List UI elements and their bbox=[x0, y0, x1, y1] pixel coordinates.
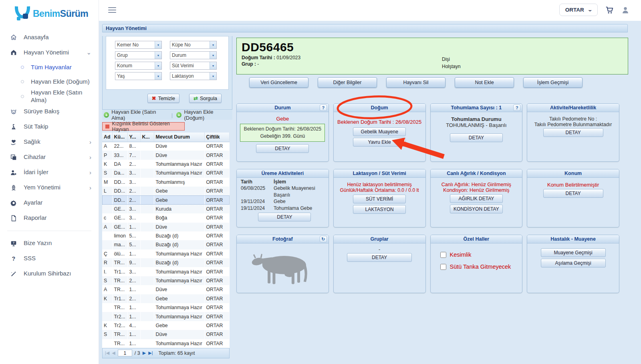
chevron-down-icon[interactable]: ▼ bbox=[210, 72, 216, 80]
table-row[interactable]: SDa...3...Tohumlanmaya HazırORTAR bbox=[102, 169, 230, 177]
column-header-ciftlik[interactable]: Çiftlik bbox=[204, 133, 230, 142]
sidebar-item-ayarlar[interactable]: Ayarlar bbox=[0, 195, 99, 211]
table-row[interactable]: I.Tr1...3...Tohumlanmaya HazırORTAR bbox=[102, 267, 230, 276]
sidebar-item-sut-takip[interactable]: Süt Takip bbox=[0, 119, 99, 135]
chevron-down-icon[interactable]: ▼ bbox=[155, 72, 161, 80]
table-row[interactable]: KTr2...4...GebeORTAR bbox=[102, 321, 230, 330]
sidebar-item-raporlar[interactable]: Raporlar bbox=[0, 211, 99, 226]
last-page-icon[interactable]: ▶| bbox=[148, 350, 153, 356]
diger-bilgiler-button[interactable]: Diğer Bilgiler bbox=[318, 77, 377, 88]
sut-tank-checkbox[interactable] bbox=[440, 264, 446, 270]
tohumlama-detay-button[interactable]: DETAY bbox=[450, 133, 503, 142]
table-row[interactable]: limon5...Buzağı (d)ORTAR bbox=[102, 231, 230, 240]
gruplar-detay-button[interactable]: DETAY bbox=[347, 253, 412, 262]
agirlik-detay-button[interactable]: AĞIRLIK DETAY bbox=[450, 194, 503, 203]
filter-select-durum[interactable]: Durum▼ bbox=[170, 51, 217, 59]
table-row[interactable]: LDD...2...GebeORTAR bbox=[102, 187, 230, 195]
search-button[interactable]: ⇄Sorgula bbox=[189, 94, 222, 103]
clear-filters-button[interactable]: ✖Temizle bbox=[147, 94, 179, 103]
ureme-detay-button[interactable]: DETAY bbox=[258, 213, 311, 221]
filter-select-konum[interactable]: Konum▼ bbox=[115, 62, 162, 70]
table-row[interactable]: ma...5...Buzağı (d)ORTAR bbox=[102, 240, 230, 249]
filter-select-laktasyon[interactable]: Laktasyon▼ bbox=[170, 72, 217, 80]
chevron-down-icon[interactable]: ▼ bbox=[155, 52, 161, 59]
durum-detay-button[interactable]: DETAY bbox=[256, 144, 309, 153]
konum-detay-button[interactable]: DETAY bbox=[543, 189, 603, 198]
first-page-icon[interactable]: |◀ bbox=[105, 350, 109, 356]
hayvani-sil-button[interactable]: Hayvanı Sil bbox=[386, 77, 445, 88]
page-number-input[interactable] bbox=[118, 350, 132, 356]
menu-toggle-icon[interactable] bbox=[108, 7, 116, 13]
sidebar-item-kurulum-sihirbazi[interactable]: Kurulum Sihirbazı bbox=[0, 266, 99, 282]
farm-selector-dropdown[interactable]: ORTAR ⌄ bbox=[559, 4, 598, 16]
user-icon[interactable] bbox=[621, 6, 630, 14]
table-row[interactable]: STR...1...DüveORTAR bbox=[102, 330, 230, 339]
add-animal-purchase-link[interactable]: +Hayvan Ekle (Satın Alma) bbox=[104, 109, 168, 121]
sidebar-item-iidari-iisler[interactable]: İdari İşler› bbox=[0, 165, 99, 180]
kondisyon-detay-button[interactable]: KONDİSYON DETAY bbox=[450, 205, 503, 213]
help-icon[interactable]: ? bbox=[513, 105, 520, 111]
column-header-mevcut-durum[interactable]: Mevcut Durum bbox=[154, 133, 204, 142]
table-row[interactable]: P33...7...DüveORTAR bbox=[102, 151, 230, 159]
iislem-gecmisi-button[interactable]: İşlem Geçmişi bbox=[523, 77, 583, 88]
sidebar-item-hayvan-ekle-dogum[interactable]: Hayvan Ekle (Doğum) bbox=[0, 74, 99, 89]
chevron-down-icon[interactable]: ▼ bbox=[155, 62, 161, 69]
filter-select-kupe-no[interactable]: Küpe No▼ bbox=[170, 41, 217, 49]
table-row[interactable]: ATR...1...DüveORTAR bbox=[102, 285, 230, 294]
kesimlik-checkbox[interactable] bbox=[440, 252, 446, 258]
table-row[interactable]: Çölü...1...Tohumlanmaya HazırORTAR bbox=[102, 249, 230, 258]
chevron-down-icon[interactable]: ▼ bbox=[210, 62, 216, 69]
sidebar-item-bize-yazin[interactable]: ?Bize Yazın bbox=[0, 236, 99, 251]
chevron-down-icon[interactable]: ▼ bbox=[210, 52, 216, 59]
column-header-y[interactable]: Y... bbox=[127, 133, 140, 142]
refresh-photo-icon[interactable]: ↻ bbox=[320, 236, 327, 242]
filter-select-kemer-no[interactable]: Kemer No▼ bbox=[115, 41, 162, 49]
help-icon[interactable]: ? bbox=[320, 105, 327, 111]
filter-select-grup[interactable]: Grup▼ bbox=[115, 51, 162, 59]
sidebar-item-yem-yonetimi[interactable]: Yem Yönetimi› bbox=[0, 180, 99, 195]
not-ekle-button[interactable]: Not Ekle bbox=[455, 77, 514, 88]
yavru-ekle-button[interactable]: Yavru Ekle bbox=[353, 138, 406, 147]
sidebar-item-hayvan-ekle-satin-alma[interactable]: Hayvan Ekle (Satın Alma) bbox=[0, 89, 99, 104]
prev-page-icon[interactable]: ◀ bbox=[112, 350, 115, 356]
muayene-gecmisi-button[interactable]: Muayene Geçmişi bbox=[541, 248, 606, 257]
laktasyon-button[interactable]: LAKTASYON bbox=[353, 205, 406, 214]
table-row[interactable]: cGE...3...BoğaORTAR bbox=[102, 213, 230, 222]
sidebar-item-saglik[interactable]: Sağlık› bbox=[0, 135, 99, 150]
column-header-k[interactable]: K... bbox=[140, 133, 154, 142]
next-page-icon[interactable]: ▶ bbox=[143, 350, 146, 356]
table-row[interactable]: KTr1...2...GebeORTAR bbox=[102, 294, 230, 303]
veri-guncelleme-button[interactable]: Veri Güncelleme bbox=[249, 77, 308, 88]
chevron-down-icon[interactable]: ▼ bbox=[210, 41, 216, 48]
table-row[interactable]: MDD...3...TohumlanmışORTAR bbox=[102, 178, 230, 187]
sidebar-item-cihazlar[interactable]: Cihazlar› bbox=[0, 150, 99, 165]
chevron-down-icon[interactable]: ▼ bbox=[155, 41, 161, 48]
plus-icon: + bbox=[104, 112, 109, 118]
column-header-ad[interactable]: Ad bbox=[102, 133, 112, 142]
table-row[interactable]: STR...2...Tohumlanmaya HazırORTAR bbox=[102, 276, 230, 285]
filter-select-yas[interactable]: Yaş▼ bbox=[115, 72, 162, 80]
table-row[interactable]: A22...8...DüveORTAR bbox=[102, 142, 230, 151]
sut-verimi-button[interactable]: SÜT VERİMİ bbox=[353, 195, 406, 203]
sidebar-item-anasayfa[interactable]: Anasayfa bbox=[0, 30, 99, 45]
sidebar-item-suruye-bakis[interactable]: Sürüye Bakış bbox=[0, 104, 99, 119]
table-row[interactable]: Tr2...1...Tohumlanmaya HazırORTAR bbox=[102, 312, 230, 321]
sidebar-item-sss[interactable]: ?SSS bbox=[0, 251, 99, 266]
table-row[interactable]: DD...2...GebeORTAR bbox=[102, 195, 230, 204]
table-row[interactable]: TR...1...Tohumlanmaya HazırORTAR bbox=[102, 303, 230, 312]
gebelik-muayene-button[interactable]: Gebelik Muayene bbox=[353, 127, 406, 136]
table-row[interactable]: KDA2...Tohumlanmaya HazırORTAR bbox=[102, 160, 230, 169]
sidebar-item-hayvan-yonetimi[interactable]: Hayvan Yönetimi⌄ bbox=[0, 45, 99, 60]
add-animal-birth-link[interactable]: +Hayvan Ekle (Doğum) bbox=[176, 109, 232, 121]
filter-select-sut-verimi[interactable]: Süt Verimi▼ bbox=[170, 62, 217, 70]
cart-icon[interactable] bbox=[605, 6, 614, 14]
table-row[interactable]: RTR...9...Buzağı (d)ORTAR bbox=[102, 258, 230, 267]
table-row[interactable]: TR...1...Tohumlanmaya HazırORTAR bbox=[102, 339, 230, 348]
app-logo[interactable]: BenimSürüm bbox=[0, 0, 99, 23]
sidebar-item-tum-hayvanlar[interactable]: Tüm Hayvanlar bbox=[0, 60, 99, 74]
asilama-gecmisi-button[interactable]: Aşılama Geçmişi bbox=[541, 259, 606, 267]
table-row[interactable]: AGE...1...DüveORTAR bbox=[102, 223, 230, 231]
aktivite-detay-button[interactable]: DETAY bbox=[543, 128, 603, 137]
column-header-ku[interactable]: Kü... bbox=[112, 133, 127, 142]
table-row[interactable]: GE...3...KurudaORTAR bbox=[102, 205, 230, 213]
